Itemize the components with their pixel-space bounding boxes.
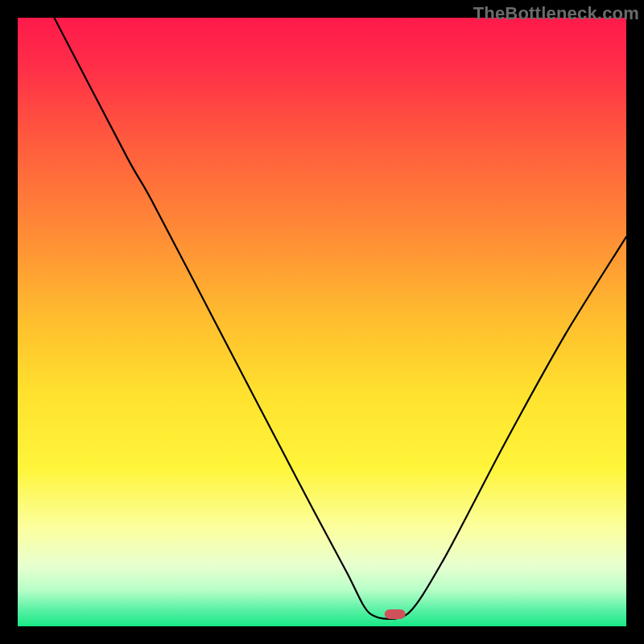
- chart-marker: [385, 609, 406, 619]
- watermark-label: TheBottleneck.com: [473, 3, 639, 24]
- svg-rect-4: [626, 0, 644, 644]
- svg-rect-2: [0, 626, 644, 644]
- svg-rect-3: [0, 0, 18, 644]
- chart-background: [18, 18, 626, 626]
- chart-svg: [0, 0, 644, 644]
- chart-container: TheBottleneck.com: [0, 0, 644, 644]
